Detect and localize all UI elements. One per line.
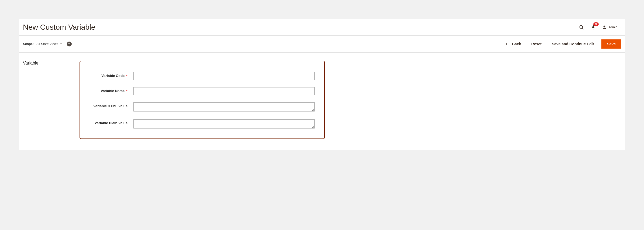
- content-area: Variable Variable Code* Variable Name*: [19, 53, 625, 150]
- notifications-badge: 33: [593, 22, 599, 26]
- variable-code-input[interactable]: [133, 72, 315, 80]
- scope-value: All Store Views: [36, 42, 58, 46]
- reset-button[interactable]: Reset: [529, 40, 544, 48]
- chevron-down-icon: [60, 43, 62, 45]
- variable-plain-value-row: Variable Plain Value: [90, 119, 315, 129]
- section-title: Variable: [23, 61, 74, 139]
- back-button[interactable]: Back: [503, 40, 524, 48]
- scope-select[interactable]: All Store Views: [36, 42, 62, 46]
- search-icon[interactable]: [578, 24, 585, 31]
- scope-area: Scope: All Store Views ?: [23, 42, 503, 46]
- required-mark: *: [126, 74, 128, 78]
- help-icon[interactable]: ?: [67, 42, 72, 46]
- required-mark: *: [126, 89, 128, 93]
- arrow-left-icon: [505, 42, 510, 46]
- notifications-icon[interactable]: 33: [590, 24, 597, 31]
- variable-name-row: Variable Name*: [90, 87, 315, 95]
- toolbar-actions: Back Reset Save and Continue Edit Save: [503, 39, 621, 49]
- variable-html-value-input[interactable]: [133, 102, 315, 111]
- user-name-label: admin: [608, 25, 617, 29]
- save-continue-label: Save and Continue Edit: [552, 42, 594, 46]
- variable-fieldset: Variable Code* Variable Name* Variable H…: [80, 61, 325, 139]
- page-title: New Custom Variable: [23, 23, 578, 32]
- svg-point-2: [604, 26, 605, 28]
- header-actions: 33 admin: [578, 24, 621, 31]
- page-header: New Custom Variable 33 admin: [19, 19, 625, 35]
- variable-code-label: Variable Code*: [90, 72, 128, 78]
- variable-html-value-row: Variable HTML Value: [90, 102, 315, 112]
- chevron-down-icon: [619, 26, 621, 28]
- user-menu[interactable]: admin: [602, 25, 621, 30]
- variable-html-value-label: Variable HTML Value: [90, 102, 128, 108]
- user-icon: [602, 25, 607, 30]
- variable-name-label: Variable Name*: [90, 87, 128, 93]
- reset-label: Reset: [531, 42, 542, 46]
- back-label: Back: [512, 42, 521, 46]
- variable-plain-value-label: Variable Plain Value: [90, 119, 128, 125]
- scope-label: Scope:: [23, 42, 34, 46]
- svg-line-1: [582, 28, 584, 29]
- page-container: New Custom Variable 33 admin: [19, 19, 625, 150]
- svg-point-0: [580, 25, 583, 28]
- variable-plain-value-input[interactable]: [133, 119, 315, 128]
- toolbar: Scope: All Store Views ? Back Reset: [19, 35, 625, 53]
- variable-name-input[interactable]: [133, 87, 315, 95]
- save-continue-button[interactable]: Save and Continue Edit: [549, 40, 597, 48]
- save-button[interactable]: Save: [601, 39, 621, 49]
- variable-code-row: Variable Code*: [90, 72, 315, 80]
